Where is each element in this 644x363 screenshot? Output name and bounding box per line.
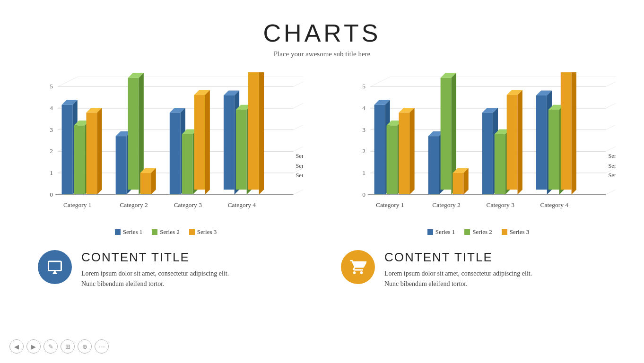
nav-prev-button[interactable]: ◀ <box>9 339 24 354</box>
legend-label-s2: Series 2 <box>160 228 180 236</box>
svg-text:3: 3 <box>50 126 53 133</box>
content-block-left: CONTENT TITLE Lorem ipsum dolor sit amet… <box>38 250 303 290</box>
svg-line-15 <box>293 142 303 152</box>
svg-rect-37 <box>128 78 139 190</box>
chart-right-area: 0 1 2 3 4 5 <box>341 72 616 224</box>
legend-color-r-s3 <box>502 229 507 235</box>
svg-text:2: 2 <box>362 147 366 155</box>
content-text-left: CONTENT TITLE Lorem ipsum dolor sit amet… <box>81 250 229 290</box>
svg-marker-102 <box>409 108 414 195</box>
svg-rect-124 <box>548 110 559 190</box>
svg-text:4: 4 <box>362 104 366 112</box>
svg-text:1: 1 <box>50 169 53 176</box>
svg-rect-28 <box>74 125 85 194</box>
svg-text:Series 2: Series 2 <box>296 163 303 169</box>
svg-text:5: 5 <box>50 83 53 90</box>
svg-rect-34 <box>116 136 127 194</box>
bottom-nav: ◀ ▶ ✎ ⊞ ⊕ ⋯ <box>9 339 109 354</box>
svg-rect-127 <box>561 72 572 190</box>
content-block-right: CONTENT TITLE Lorem ipsum dolor sit amet… <box>341 250 606 290</box>
svg-text:Category 3: Category 3 <box>174 201 202 208</box>
svg-text:Category 4: Category 4 <box>228 201 256 208</box>
svg-rect-49 <box>194 95 205 190</box>
svg-text:1: 1 <box>362 169 366 176</box>
svg-text:Series 1: Series 1 <box>608 172 616 179</box>
nav-next-button[interactable]: ▶ <box>26 339 41 354</box>
nav-more-button[interactable]: ⋯ <box>95 339 109 354</box>
svg-rect-40 <box>140 173 151 195</box>
monitor-icon-circle <box>38 250 72 284</box>
svg-text:2: 2 <box>50 147 53 155</box>
chart-right: 0 1 2 3 4 5 <box>341 72 616 236</box>
svg-marker-51 <box>205 90 210 195</box>
svg-line-13 <box>293 98 303 108</box>
svg-rect-43 <box>170 112 181 194</box>
content-row: CONTENT TITLE Lorem ipsum dolor sit amet… <box>0 236 644 290</box>
legend-color-s1 <box>115 229 121 235</box>
content-desc2-left: Nunc bibendum eleifend tortor. <box>81 279 229 289</box>
svg-text:0: 0 <box>362 191 366 198</box>
page-subtitle: Place your awesome sub title here <box>0 50 644 58</box>
cart-icon <box>349 259 366 276</box>
svg-text:Series 3: Series 3 <box>296 153 303 159</box>
chart-left-legend: Series 1 Series 2 Series 3 <box>28 228 303 236</box>
chart-left-svg: 0 1 2 3 4 5 <box>28 72 303 224</box>
chart-left-area: 0 1 2 3 4 5 <box>28 72 303 224</box>
svg-rect-106 <box>441 78 452 190</box>
chart-right-legend: Series 1 Series 2 Series 3 <box>341 228 616 236</box>
svg-text:Category 3: Category 3 <box>486 201 514 208</box>
svg-line-14 <box>293 120 303 130</box>
svg-line-75 <box>370 77 390 87</box>
content-title-right: CONTENT TITLE <box>384 250 532 265</box>
chart-right-svg: 0 1 2 3 4 5 <box>341 72 616 224</box>
nav-zoom-button[interactable]: ⊕ <box>78 339 92 354</box>
svg-line-83 <box>606 120 616 130</box>
chart-left: 0 1 2 3 4 5 <box>28 72 303 236</box>
svg-rect-52 <box>224 95 235 190</box>
svg-rect-118 <box>507 95 518 190</box>
monitor-icon <box>46 259 63 276</box>
legend-color-s2 <box>152 229 157 235</box>
nav-edit-button[interactable]: ✎ <box>44 339 58 354</box>
svg-marker-60 <box>259 72 264 195</box>
svg-text:4: 4 <box>50 104 53 112</box>
content-desc1-left: Lorem ipsum dolor sit amet, consectetur … <box>81 268 229 279</box>
svg-rect-100 <box>399 112 409 194</box>
legend-item-s1: Series 1 <box>115 228 143 236</box>
cart-icon-circle <box>341 250 375 284</box>
svg-line-82 <box>606 98 616 108</box>
svg-text:Category 2: Category 2 <box>432 201 460 208</box>
charts-row: 0 1 2 3 4 5 <box>0 68 644 236</box>
svg-rect-109 <box>453 173 464 195</box>
svg-text:Series 1: Series 1 <box>296 172 303 179</box>
legend-color-r-s2 <box>464 229 470 235</box>
legend-label-r-s3: Series 3 <box>510 228 530 236</box>
legend-label-s1: Series 1 <box>123 228 143 236</box>
legend-item-r-s1: Series 1 <box>427 228 455 236</box>
legend-label-r-s2: Series 2 <box>472 228 492 236</box>
svg-marker-33 <box>97 108 102 195</box>
content-text-right: CONTENT TITLE Lorem ipsum dolor sit amet… <box>384 250 532 290</box>
svg-line-17 <box>293 185 303 195</box>
content-desc1-right: Lorem ipsum dolor sit amet, consectetur … <box>384 268 532 279</box>
legend-item-r-s3: Series 3 <box>502 228 530 236</box>
content-title-left: CONTENT TITLE <box>81 250 229 265</box>
nav-grid-button[interactable]: ⊞ <box>61 339 75 354</box>
svg-rect-31 <box>86 112 97 194</box>
page-header: CHARTS Place your awesome sub title here <box>0 0 644 68</box>
legend-item-s3: Series 3 <box>189 228 217 236</box>
svg-text:Category 1: Category 1 <box>376 201 404 208</box>
legend-color-s3 <box>189 229 195 235</box>
svg-rect-115 <box>495 134 505 195</box>
svg-text:Series 3: Series 3 <box>608 153 616 159</box>
svg-rect-25 <box>62 105 73 195</box>
svg-rect-103 <box>428 136 439 194</box>
svg-rect-121 <box>536 95 547 190</box>
svg-text:Category 2: Category 2 <box>120 201 148 208</box>
legend-label-r-s1: Series 1 <box>435 228 455 236</box>
svg-rect-112 <box>482 112 493 194</box>
svg-rect-58 <box>248 72 259 190</box>
page-title: CHARTS <box>0 19 644 47</box>
legend-item-r-s2: Series 2 <box>464 228 492 236</box>
svg-marker-129 <box>572 72 576 195</box>
